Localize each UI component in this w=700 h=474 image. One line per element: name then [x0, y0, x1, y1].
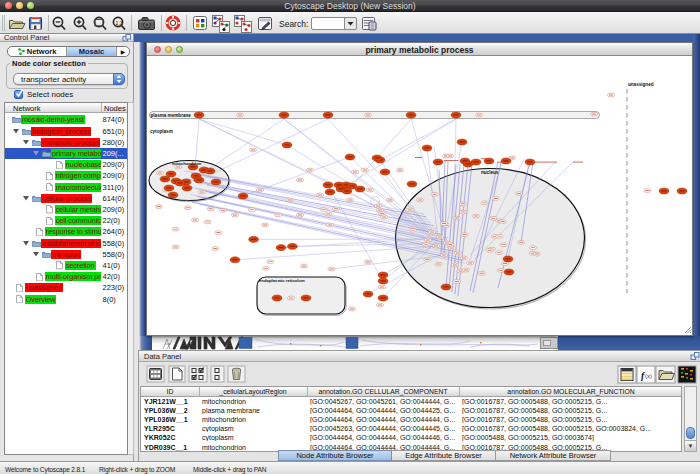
svg-text:mitochondrion: mitochondrion — [172, 161, 202, 166]
svg-text:endoplasmic reticulum: endoplasmic reticulum — [259, 278, 305, 283]
svg-text:plasma membrane: plasma membrane — [151, 113, 192, 118]
svg-text:(x): (x) — [645, 373, 652, 379]
svg-text:cytoplasm: cytoplasm — [150, 129, 173, 134]
svg-text:Search:: Search: — [279, 19, 308, 29]
svg-text:1:1: 1:1 — [116, 20, 123, 26]
svg-text:nucleus: nucleus — [481, 170, 499, 175]
svg-text:unassigned: unassigned — [628, 82, 654, 87]
